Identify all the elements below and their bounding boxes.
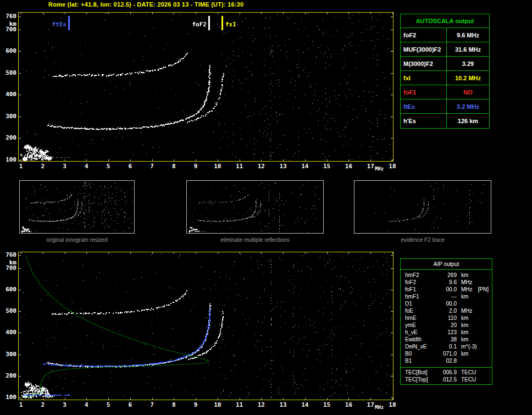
autoscala-param-label: h'Es xyxy=(401,114,447,128)
aip-param-label: TEC[Top] xyxy=(405,376,436,383)
x-tick-label: 4 xyxy=(82,402,91,408)
y-axis-unit-label: km xyxy=(1,21,16,27)
x-tick-label: 12 xyxy=(257,402,265,408)
x-tick-label: 2 xyxy=(38,402,47,408)
aip-param-unit: MHz xyxy=(461,307,473,314)
autoscala-row-h-es: h'Es126 km xyxy=(401,114,489,128)
x-tick-label: 6 xyxy=(126,163,135,169)
aip-row-deln-ve: DelN_vE0.1m^(-3) xyxy=(401,343,492,350)
mini-panel-original-ionogram xyxy=(19,180,135,234)
x-tick-label: 15 xyxy=(323,163,331,169)
autoscala-param-value: 9.6 MHz xyxy=(447,28,489,42)
y-tick-label: 100 xyxy=(1,157,16,163)
y-tick-label: 200 xyxy=(1,135,16,141)
aip-param-value: 2.0 xyxy=(436,307,457,314)
marker-line-fxi xyxy=(221,16,223,30)
aip-param-label: DelN_vE xyxy=(405,343,436,350)
mini-caption-eliminate-reflections: eliminate multiple reflections xyxy=(186,237,324,243)
aip-param-value: 123 xyxy=(436,329,457,336)
aip-row-foe: foE2.0MHz xyxy=(401,307,492,314)
aip-row-h-ve: h_vE123km xyxy=(401,329,492,336)
aip-row-hmf1: hmF1---km xyxy=(401,293,492,300)
y-tick-label: 400 xyxy=(1,329,16,335)
x-tick-label: 8 xyxy=(169,163,178,169)
mini-caption-evidence-f2: evidence F2 trace xyxy=(354,237,491,243)
y-tick-label: 100 xyxy=(1,394,16,400)
aip-row-hmf2: hmF2269km xyxy=(401,272,492,279)
autoscala-output-table: AUTOSCALA output foF29.6 MHzMUF(3000)F23… xyxy=(400,14,490,129)
mini-eliminate-reflections-canvas xyxy=(187,181,323,233)
x-tick-label: 15 xyxy=(323,402,331,408)
mini-evidence-f2-canvas xyxy=(354,181,491,233)
y-tick-label: 500 xyxy=(1,308,16,314)
aip-param-unit: km xyxy=(461,350,468,357)
aip-param-value: 20 xyxy=(436,322,457,329)
x-tick-label: 3 xyxy=(60,163,69,169)
autoscala-param-value: 3.2 MHz xyxy=(447,99,489,113)
aip-table-title: AIP output xyxy=(401,259,492,270)
station-date-title: Rome (lat: +41.8, lon: 012.5) - DATE: 20… xyxy=(48,1,243,8)
aip-param-label: ymE xyxy=(405,322,436,329)
x-tick-label: 13 xyxy=(279,402,287,408)
aip-param-label: TEC[Bot] xyxy=(405,369,436,376)
autoscala-param-value: NO xyxy=(447,85,489,99)
aip-param-flag: [PN] xyxy=(478,286,489,293)
aip-param-value: 00.0 xyxy=(436,286,457,293)
x-tick-label: 7 xyxy=(148,402,157,408)
aip-param-value: 110 xyxy=(436,314,457,322)
mini-panel-evidence-f2 xyxy=(354,180,491,234)
x-tick-label: 10 xyxy=(213,163,222,169)
x-tick-label: 8 xyxy=(169,402,178,408)
x-tick-label: 9 xyxy=(191,402,200,408)
x-tick-label: 9 xyxy=(191,163,200,169)
marker-label-ftes: ftEs xyxy=(42,21,66,27)
x-tick-label: 3 xyxy=(60,402,69,408)
autoscala-row-m-3000-f2: M(3000)F23.29 xyxy=(401,57,489,71)
mini-caption-original-ionogram: original ionogram resized xyxy=(19,237,135,243)
y-tick-label: 600 xyxy=(1,48,16,54)
aip-output-table: AIP output hmF2269kmfoF29.6MHzfoF100.0MH… xyxy=(400,258,492,385)
aip-row-d1: D100.0 xyxy=(401,300,492,307)
aip-row-yme: ymE20km xyxy=(401,322,492,329)
aip-param-label: h_vE xyxy=(405,329,436,336)
aip-param-unit: km xyxy=(461,322,468,329)
autoscala-row-ftes: ftEs3.2 MHz xyxy=(401,99,489,114)
x-tick-label: 13 xyxy=(279,163,287,169)
autoscala-param-label: MUF(3000)F2 xyxy=(401,42,447,56)
aip-param-value: 0.1 xyxy=(436,343,457,350)
y-tick-label: 760 xyxy=(1,13,16,19)
autoscala-param-value: 126 km xyxy=(447,114,489,128)
autoscala-param-value: 10.2 MHz xyxy=(447,71,489,85)
aip-tec-rows: TEC[Bot]006.9TECUTEC[Top]012.5TECU xyxy=(401,369,492,383)
aip-param-unit: m^(-3) xyxy=(461,343,477,350)
autoscala-table-title: AUTOSCALA output xyxy=(401,14,489,28)
aip-row-fof1: foF100.0MHz[PN] xyxy=(401,286,492,293)
x-tick-label: 12 xyxy=(257,163,265,169)
x-tick-label: 17 xyxy=(366,402,375,408)
x-tick-label: 5 xyxy=(104,402,113,408)
x-tick-label: 4 xyxy=(82,163,91,169)
autoscala-param-label: fxI xyxy=(401,71,447,85)
aip-table-rows: hmF2269kmfoF29.6MHzfoF100.0MHz[PN]hmF1--… xyxy=(401,270,492,366)
y-tick-label: 760 xyxy=(1,252,16,258)
ionogram-bottom-canvas xyxy=(19,252,393,400)
marker-line-fof2 xyxy=(208,16,210,30)
x-tick-label: 18 xyxy=(388,402,397,408)
autoscala-param-label: ftEs xyxy=(401,99,447,113)
x-tick-label: 7 xyxy=(148,163,157,169)
aip-param-value: --- xyxy=(436,293,457,300)
aip-param-label: hmE xyxy=(405,314,436,322)
ionogram-top-plot xyxy=(18,12,394,162)
aip-param-label: foE xyxy=(405,307,436,314)
x-tick-label: 16 xyxy=(344,402,353,408)
x-tick-label: 17 xyxy=(366,163,375,169)
aip-param-label: B1 xyxy=(405,357,436,364)
autoscala-param-label: M(3000)F2 xyxy=(401,57,447,70)
marker-label-fof2: foF2 xyxy=(182,21,207,27)
aip-param-label: foF1 xyxy=(405,286,436,293)
autoscala-row-fof2: foF29.6 MHz xyxy=(401,28,489,42)
aip-param-label: B0 xyxy=(405,350,436,357)
autoscala-param-value: 3.29 xyxy=(447,57,489,70)
x-tick-label: 16 xyxy=(344,163,353,169)
aip-param-label: foF2 xyxy=(405,279,436,286)
